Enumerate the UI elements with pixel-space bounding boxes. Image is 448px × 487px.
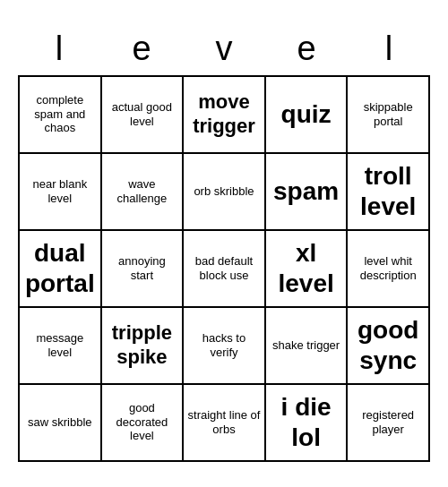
cell-4-0: saw skribble <box>20 385 102 462</box>
cell-0-4: skippable portal <box>348 77 430 154</box>
bingo-grid: complete spam and chaosactual good level… <box>18 75 430 462</box>
cell-0-1: actual good level <box>102 77 185 154</box>
cell-1-3: spam <box>266 154 349 231</box>
cell-4-3: i die lol <box>266 385 349 462</box>
cell-1-2: orb skribble <box>184 154 266 231</box>
header-letter-4: l <box>353 30 425 68</box>
cell-2-4: level whit description <box>348 231 430 308</box>
cell-3-1: tripple spike <box>102 308 185 385</box>
cell-1-4: troll level <box>348 154 430 231</box>
cell-3-4: good sync <box>348 308 430 385</box>
header-letter-1: e <box>106 30 177 68</box>
cell-3-0: message level <box>20 308 102 385</box>
cell-1-0: near blank level <box>20 154 102 231</box>
cell-2-1: annoying start <box>102 231 185 308</box>
cell-2-2: bad default block use <box>184 231 266 308</box>
cell-0-3: quiz <box>266 77 349 154</box>
cell-3-3: shake trigger <box>266 308 349 385</box>
cell-0-0: complete spam and chaos <box>20 77 102 154</box>
bingo-header: level <box>18 26 430 75</box>
cell-4-1: good decorated level <box>102 385 185 462</box>
cell-2-0: dual portal <box>20 231 102 308</box>
cell-0-2: move trigger <box>184 77 266 154</box>
cell-1-1: wave challenge <box>102 154 185 231</box>
cell-2-3: xl level <box>266 231 349 308</box>
header-letter-0: l <box>23 30 95 68</box>
cell-4-4: registered player <box>348 385 430 462</box>
cell-4-2: straight line of orbs <box>184 385 266 462</box>
bingo-card: level complete spam and chaosactual good… <box>18 26 430 462</box>
header-letter-2: v <box>188 30 260 68</box>
cell-3-2: hacks to verify <box>184 308 266 385</box>
header-letter-3: e <box>271 30 342 68</box>
